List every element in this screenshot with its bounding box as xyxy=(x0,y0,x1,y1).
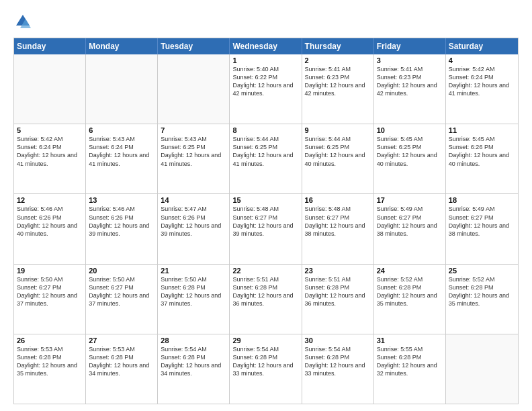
day-cell-24: 24Sunrise: 5:52 AM Sunset: 6:28 PM Dayli… xyxy=(374,265,446,334)
day-cell-1: 1Sunrise: 5:40 AM Sunset: 6:22 PM Daylig… xyxy=(230,54,302,124)
day-number: 24 xyxy=(377,267,443,275)
day-cell-8: 8Sunrise: 5:44 AM Sunset: 6:25 PM Daylig… xyxy=(230,124,302,193)
header-day-thursday: Thursday xyxy=(302,38,374,54)
day-number: 30 xyxy=(305,336,371,345)
day-number: 22 xyxy=(232,267,298,275)
day-number: 8 xyxy=(232,126,298,134)
day-number: 10 xyxy=(377,126,443,134)
day-info: Sunrise: 5:54 AM Sunset: 6:28 PM Dayligh… xyxy=(232,345,298,378)
day-info: Sunrise: 5:46 AM Sunset: 6:26 PM Dayligh… xyxy=(89,205,154,238)
empty-cell-0-2 xyxy=(158,54,230,124)
calendar-row-3: 19Sunrise: 5:50 AM Sunset: 6:27 PM Dayli… xyxy=(14,264,518,334)
day-info: Sunrise: 5:48 AM Sunset: 6:27 PM Dayligh… xyxy=(232,205,298,238)
day-number: 6 xyxy=(89,126,154,134)
day-number: 3 xyxy=(377,56,443,64)
day-number: 18 xyxy=(449,196,515,204)
day-cell-23: 23Sunrise: 5:51 AM Sunset: 6:28 PM Dayli… xyxy=(302,265,374,334)
day-cell-11: 11Sunrise: 5:45 AM Sunset: 6:26 PM Dayli… xyxy=(446,124,518,193)
day-info: Sunrise: 5:43 AM Sunset: 6:24 PM Dayligh… xyxy=(89,135,154,168)
day-cell-2: 2Sunrise: 5:41 AM Sunset: 6:23 PM Daylig… xyxy=(302,54,374,124)
day-number: 28 xyxy=(161,336,226,345)
day-number: 5 xyxy=(17,126,83,134)
day-cell-7: 7Sunrise: 5:43 AM Sunset: 6:25 PM Daylig… xyxy=(158,124,230,193)
day-number: 17 xyxy=(377,196,443,204)
header xyxy=(13,12,519,31)
day-cell-31: 31Sunrise: 5:55 AM Sunset: 6:28 PM Dayli… xyxy=(374,334,446,404)
day-number: 31 xyxy=(377,336,443,345)
day-info: Sunrise: 5:47 AM Sunset: 6:26 PM Dayligh… xyxy=(161,205,226,238)
day-cell-28: 28Sunrise: 5:54 AM Sunset: 6:28 PM Dayli… xyxy=(158,334,230,404)
empty-cell-0-0 xyxy=(14,54,86,124)
day-info: Sunrise: 5:50 AM Sunset: 6:27 PM Dayligh… xyxy=(17,275,83,308)
day-info: Sunrise: 5:45 AM Sunset: 6:25 PM Dayligh… xyxy=(377,135,443,168)
day-cell-14: 14Sunrise: 5:47 AM Sunset: 6:26 PM Dayli… xyxy=(158,194,230,263)
day-number: 12 xyxy=(17,196,83,204)
day-info: Sunrise: 5:45 AM Sunset: 6:26 PM Dayligh… xyxy=(449,135,515,168)
day-number: 27 xyxy=(89,336,154,345)
day-info: Sunrise: 5:50 AM Sunset: 6:28 PM Dayligh… xyxy=(161,275,226,308)
day-info: Sunrise: 5:54 AM Sunset: 6:28 PM Dayligh… xyxy=(161,345,226,378)
day-number: 26 xyxy=(17,336,83,345)
day-info: Sunrise: 5:42 AM Sunset: 6:24 PM Dayligh… xyxy=(449,65,515,98)
day-cell-25: 25Sunrise: 5:52 AM Sunset: 6:28 PM Dayli… xyxy=(446,265,518,334)
day-info: Sunrise: 5:46 AM Sunset: 6:26 PM Dayligh… xyxy=(17,205,83,238)
calendar-row-2: 12Sunrise: 5:46 AM Sunset: 6:26 PM Dayli… xyxy=(14,193,518,263)
day-number: 14 xyxy=(161,196,226,204)
day-info: Sunrise: 5:44 AM Sunset: 6:25 PM Dayligh… xyxy=(305,135,371,168)
day-cell-20: 20Sunrise: 5:50 AM Sunset: 6:27 PM Dayli… xyxy=(86,265,158,334)
calendar-header: SundayMondayTuesdayWednesdayThursdayFrid… xyxy=(14,38,518,54)
day-number: 2 xyxy=(305,56,371,64)
day-cell-3: 3Sunrise: 5:41 AM Sunset: 6:23 PM Daylig… xyxy=(374,54,446,124)
day-number: 21 xyxy=(161,267,226,275)
calendar-row-0: 1Sunrise: 5:40 AM Sunset: 6:22 PM Daylig… xyxy=(14,54,518,124)
day-cell-15: 15Sunrise: 5:48 AM Sunset: 6:27 PM Dayli… xyxy=(230,194,302,263)
day-cell-26: 26Sunrise: 5:53 AM Sunset: 6:28 PM Dayli… xyxy=(14,334,86,404)
calendar-body: 1Sunrise: 5:40 AM Sunset: 6:22 PM Daylig… xyxy=(14,54,518,404)
day-cell-6: 6Sunrise: 5:43 AM Sunset: 6:24 PM Daylig… xyxy=(86,124,158,193)
day-info: Sunrise: 5:55 AM Sunset: 6:28 PM Dayligh… xyxy=(377,345,443,378)
day-cell-27: 27Sunrise: 5:53 AM Sunset: 6:28 PM Dayli… xyxy=(86,334,158,404)
header-day-wednesday: Wednesday xyxy=(230,38,302,54)
day-number: 9 xyxy=(305,126,371,134)
day-number: 19 xyxy=(17,267,83,275)
day-info: Sunrise: 5:41 AM Sunset: 6:23 PM Dayligh… xyxy=(377,65,443,98)
day-info: Sunrise: 5:53 AM Sunset: 6:28 PM Dayligh… xyxy=(89,345,154,378)
calendar-row-1: 5Sunrise: 5:42 AM Sunset: 6:24 PM Daylig… xyxy=(14,124,518,193)
day-info: Sunrise: 5:51 AM Sunset: 6:28 PM Dayligh… xyxy=(305,275,371,308)
day-number: 25 xyxy=(449,267,515,275)
day-cell-13: 13Sunrise: 5:46 AM Sunset: 6:26 PM Dayli… xyxy=(86,194,158,263)
day-cell-22: 22Sunrise: 5:51 AM Sunset: 6:28 PM Dayli… xyxy=(230,265,302,334)
day-cell-30: 30Sunrise: 5:54 AM Sunset: 6:28 PM Dayli… xyxy=(302,334,374,404)
day-number: 4 xyxy=(449,56,515,64)
day-info: Sunrise: 5:51 AM Sunset: 6:28 PM Dayligh… xyxy=(232,275,298,308)
day-cell-21: 21Sunrise: 5:50 AM Sunset: 6:28 PM Dayli… xyxy=(158,265,230,334)
day-cell-9: 9Sunrise: 5:44 AM Sunset: 6:25 PM Daylig… xyxy=(302,124,374,193)
header-day-saturday: Saturday xyxy=(446,38,518,54)
day-number: 20 xyxy=(89,267,154,275)
day-info: Sunrise: 5:54 AM Sunset: 6:28 PM Dayligh… xyxy=(305,345,371,378)
calendar-row-4: 26Sunrise: 5:53 AM Sunset: 6:28 PM Dayli… xyxy=(14,334,518,404)
day-number: 15 xyxy=(232,196,298,204)
day-info: Sunrise: 5:53 AM Sunset: 6:28 PM Dayligh… xyxy=(17,345,83,378)
page: SundayMondayTuesdayWednesdayThursdayFrid… xyxy=(0,0,532,411)
day-number: 1 xyxy=(232,56,298,64)
day-cell-29: 29Sunrise: 5:54 AM Sunset: 6:28 PM Dayli… xyxy=(230,334,302,404)
day-number: 16 xyxy=(305,196,371,204)
header-day-friday: Friday xyxy=(374,38,446,54)
day-info: Sunrise: 5:44 AM Sunset: 6:25 PM Dayligh… xyxy=(232,135,298,168)
logo xyxy=(13,12,35,31)
day-info: Sunrise: 5:50 AM Sunset: 6:27 PM Dayligh… xyxy=(89,275,154,308)
day-cell-10: 10Sunrise: 5:45 AM Sunset: 6:25 PM Dayli… xyxy=(374,124,446,193)
day-cell-16: 16Sunrise: 5:48 AM Sunset: 6:27 PM Dayli… xyxy=(302,194,374,263)
day-cell-5: 5Sunrise: 5:42 AM Sunset: 6:24 PM Daylig… xyxy=(14,124,86,193)
empty-cell-4-6 xyxy=(446,334,518,404)
day-cell-17: 17Sunrise: 5:49 AM Sunset: 6:27 PM Dayli… xyxy=(374,194,446,263)
header-day-monday: Monday xyxy=(86,38,158,54)
day-number: 29 xyxy=(232,336,298,345)
day-info: Sunrise: 5:40 AM Sunset: 6:22 PM Dayligh… xyxy=(232,65,298,98)
day-cell-12: 12Sunrise: 5:46 AM Sunset: 6:26 PM Dayli… xyxy=(14,194,86,263)
day-number: 7 xyxy=(161,126,226,134)
day-number: 13 xyxy=(89,196,154,204)
logo-icon xyxy=(13,12,32,31)
header-day-sunday: Sunday xyxy=(14,38,86,54)
